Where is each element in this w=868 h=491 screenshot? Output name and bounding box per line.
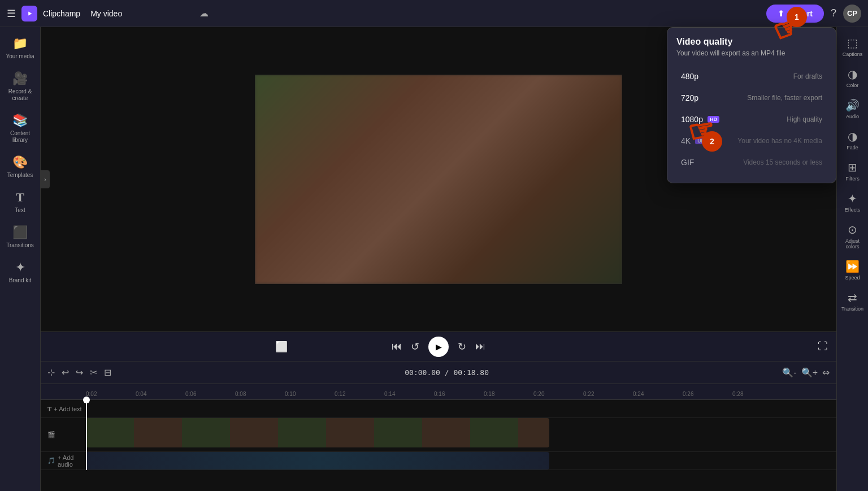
quality-480p-desc: For drafts xyxy=(793,72,822,80)
sidebar-item-text[interactable]: T Text xyxy=(2,186,38,218)
quality-1080p-left: 1080p HD xyxy=(681,115,719,124)
sidebar-item-record[interactable]: 🎥 Record &create xyxy=(2,67,38,106)
adjust-colors-tool[interactable]: ⊙ Adjust colors xyxy=(838,218,867,254)
ruler-mark: 0:20 xyxy=(533,391,583,397)
audio-strip[interactable] xyxy=(86,452,549,470)
collapse-sidebar-button[interactable]: › xyxy=(41,170,50,188)
color-label: Color xyxy=(847,83,859,88)
sidebar-item-label: Transitions xyxy=(6,242,34,249)
filters-tool[interactable]: ⊞ Filters xyxy=(838,156,867,186)
dropdown-title: Video quality xyxy=(676,37,827,47)
video-track-content[interactable] xyxy=(86,418,836,451)
avatar[interactable]: CP xyxy=(843,5,861,23)
brand-kit-icon: ✦ xyxy=(15,260,25,275)
timeline-ruler: 0:02 0:04 0:06 0:08 0:10 0:12 0:14 0:16 … xyxy=(41,384,836,400)
skip-back-button[interactable]: ⏮ xyxy=(392,341,402,352)
timeline-content: 0:02 0:04 0:06 0:08 0:10 0:12 0:14 0:16 … xyxy=(41,384,836,491)
video-strip[interactable] xyxy=(86,418,549,447)
redo-button[interactable]: ↪ xyxy=(76,367,83,378)
effects-tool[interactable]: ✦ Effects xyxy=(838,187,867,217)
quality-720p-name: 720p xyxy=(681,93,698,102)
cut-tool[interactable]: ✂ xyxy=(90,367,97,378)
audio-track-content xyxy=(86,452,836,470)
transitions-icon: ⬛ xyxy=(12,225,28,240)
quality-option-4k[interactable]: 4K UHD Your video has no 4K media xyxy=(676,131,827,151)
sidebar-item-brand-kit[interactable]: ✦ Brand kit xyxy=(2,256,38,288)
sidebar-item-label: Record &create xyxy=(8,88,32,102)
sidebar-item-transitions[interactable]: ⬛ Transitions xyxy=(2,221,38,253)
video-frame xyxy=(255,75,622,284)
quality-option-720p[interactable]: 720p Smaller file, faster export xyxy=(676,88,827,108)
color-tool[interactable]: ◑ Color xyxy=(838,63,867,93)
quality-option-gif[interactable]: GIF Videos 15 seconds or less xyxy=(676,152,827,173)
ruler-mark: 0:28 xyxy=(732,391,782,397)
video-title-input[interactable] xyxy=(86,7,194,20)
play-button[interactable]: ▶ xyxy=(428,337,449,357)
ruler-mark: 0:04 xyxy=(136,391,185,397)
sidebar-item-templates[interactable]: 🎨 Templates xyxy=(2,150,38,183)
time-display: 00:00.00 / 00:18.80 xyxy=(118,368,775,377)
quality-option-480p[interactable]: 480p For drafts xyxy=(676,66,827,87)
undo-button[interactable]: ↩ xyxy=(62,367,69,378)
export-button[interactable]: ⬆ Export xyxy=(766,5,824,23)
subtitle-toggle-button[interactable]: ⬜ xyxy=(275,341,288,353)
text-icon: T xyxy=(16,190,24,205)
audio-track-row: 🎵 + Add audio xyxy=(41,452,836,470)
ruler-mark: 0:18 xyxy=(484,391,533,397)
video-thumbnail xyxy=(255,75,622,284)
ruler-mark: 0:26 xyxy=(683,391,732,397)
effects-icon: ✦ xyxy=(848,192,857,205)
transition-tool[interactable]: ⇄ Transition xyxy=(838,286,867,316)
quality-4k-left: 4K UHD xyxy=(681,136,711,145)
sidebar-item-your-media[interactable]: 📁 Your media xyxy=(2,32,38,64)
ruler-mark: 0:16 xyxy=(434,391,484,397)
add-audio-button[interactable]: + Add audio xyxy=(58,454,86,468)
speed-tool[interactable]: ⏩ Speed xyxy=(838,255,867,285)
topbar-right: ⬆ Export ? CP xyxy=(766,5,861,23)
templates-icon: 🎨 xyxy=(12,155,28,170)
playback-controls: ⬜ ⏮ ↺ ▶ ↻ ⏭ ⛶ xyxy=(41,331,836,361)
quality-1080p-desc: High quality xyxy=(787,115,822,123)
playhead-head xyxy=(83,397,90,403)
skip-forward-button[interactable]: ⏭ xyxy=(475,341,485,352)
ruler-mark: 0:24 xyxy=(633,391,683,397)
export-icon: ⬆ xyxy=(778,9,784,18)
fade-tool[interactable]: ◑ Fade xyxy=(838,125,867,155)
audio-track-icon: 🎵 xyxy=(47,457,55,464)
zoom-in-button[interactable]: 🔍+ xyxy=(801,367,818,378)
timeline-toolbar: ⊹ ↩ ↪ ✂ ⊟ 00:00.00 / 00:18.80 🔍- 🔍+ ⇔ xyxy=(41,361,836,384)
fit-timeline-button[interactable]: ⇔ xyxy=(822,367,830,378)
captions-icon: ⬚ xyxy=(847,36,858,50)
playhead[interactable] xyxy=(86,400,87,470)
quality-option-1080p[interactable]: 1080p HD High quality xyxy=(676,109,827,130)
fullscreen-button[interactable]: ⛶ xyxy=(818,341,828,352)
quality-gif-name: GIF xyxy=(681,158,694,167)
audio-tool[interactable]: 🔊 Audio xyxy=(838,94,867,124)
filters-label: Filters xyxy=(845,176,860,182)
ruler-mark: 0:10 xyxy=(285,391,335,397)
sidebar-item-label: Brand kit xyxy=(9,277,31,284)
select-tool[interactable]: ⊹ xyxy=(47,367,55,378)
effects-label: Effects xyxy=(845,207,860,213)
dropdown-subtitle: Your video will export as an MP4 file xyxy=(676,49,827,57)
zoom-out-button[interactable]: 🔍- xyxy=(782,367,796,378)
quality-gif-left: GIF xyxy=(681,158,694,167)
topbar-left: ☰ Clipchamp ☁ xyxy=(7,6,760,21)
split-tool[interactable]: ⊟ xyxy=(104,367,111,378)
fade-icon: ◑ xyxy=(848,130,857,143)
rewind-button[interactable]: ↺ xyxy=(411,341,419,353)
app-logo xyxy=(21,6,37,21)
sidebar-item-content-library[interactable]: 📚 Contentlibrary xyxy=(2,109,38,148)
right-sidebar: ⬚ Captions ◑ Color 🔊 Audio ◑ Fade ⊞ Filt… xyxy=(836,27,868,491)
current-time: 00:00.00 xyxy=(405,368,440,377)
captions-tool[interactable]: ⬚ Captions xyxy=(838,32,867,62)
fast-forward-button[interactable]: ↻ xyxy=(458,341,466,353)
help-icon[interactable]: ? xyxy=(831,7,836,19)
add-text-button[interactable]: + Add text xyxy=(54,406,81,412)
adjust-label: Adjust colors xyxy=(840,238,865,249)
menu-icon[interactable]: ☰ xyxy=(7,7,16,20)
text-track-row: T + Add text xyxy=(41,400,836,418)
sidebar-item-label: Your media xyxy=(6,53,34,60)
text-track-label: T + Add text xyxy=(41,406,86,412)
quality-720p-desc: Smaller file, faster export xyxy=(747,94,822,102)
